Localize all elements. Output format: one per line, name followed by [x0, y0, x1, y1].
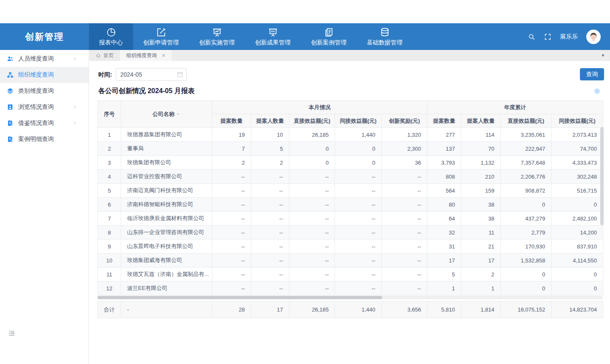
table-row: 10玫德集团威海有限公司----------17171,532,8584,114…	[98, 254, 603, 267]
tab-1[interactable]: 首页	[89, 50, 120, 61]
sidebar-item-2[interactable]: 组织维度查询	[0, 67, 89, 83]
tab-list-dropdown-icon[interactable]: ▼	[601, 53, 610, 58]
tab-label: 组织维度查询	[126, 52, 157, 59]
report-table-wrap: 序号公司名称本月情况年度累计提案数量提案人数量直接效益额(元)间接效益额(元)创…	[97, 100, 603, 295]
vertical-scrollbar-thumb[interactable]	[600, 127, 604, 225]
cell-value: --	[289, 198, 335, 212]
sidebar-item-3[interactable]: 类别维度查询	[0, 83, 89, 99]
cell-value: --	[251, 170, 289, 184]
cell-value: --	[289, 254, 335, 267]
cell-value: 21	[461, 240, 501, 254]
cell-value: --	[335, 281, 382, 295]
main-content: 时间: 查询 各公司创新情况 2024-05 月报表 序号公司名称本月情况年度累…	[89, 61, 610, 364]
nav-item-3[interactable]: 创新实施管理	[189, 23, 245, 50]
id-badge-icon	[7, 104, 14, 110]
doc-person-icon	[7, 136, 14, 143]
col-group-header-1: 本月情况	[212, 101, 427, 114]
cell-value: 80	[427, 198, 461, 212]
cell-seq: 5	[98, 184, 121, 198]
nav-item-5[interactable]: 创新案例管理	[301, 23, 357, 50]
cell-company-name: 山东得一企业管理咨询有限公司	[121, 226, 212, 240]
cell-value: 0	[552, 198, 603, 212]
total-table: 合计-281726,1851,4403,6565,8101,81416,075,…	[97, 301, 603, 318]
cell-value: 908,872	[501, 184, 552, 198]
caret-down-icon	[176, 112, 180, 116]
query-button[interactable]: 查询	[580, 68, 604, 80]
sidebar-item-5[interactable]: 借鉴情况查询	[0, 115, 89, 131]
cell-value: 1,532,858	[501, 254, 552, 267]
fullscreen-icon[interactable]	[544, 33, 552, 41]
search-icon[interactable]	[528, 33, 535, 41]
user-name[interactable]: 展乐乐	[560, 33, 578, 41]
total-value: 26,185	[289, 301, 335, 318]
tab-close-icon[interactable]: ×	[162, 52, 165, 58]
cell-value: --	[382, 212, 427, 226]
cell-value: 14,200	[552, 226, 603, 240]
sub-col-header: 创新奖励(元)	[382, 114, 427, 128]
cell-value: --	[382, 198, 427, 212]
nav-item-2[interactable]: 创新申请管理	[133, 23, 189, 50]
cell-value: 137	[427, 142, 461, 156]
tab-2[interactable]: 组织维度查询×	[120, 50, 172, 61]
sidebar-item-4[interactable]: 浏览情况查询	[0, 99, 89, 115]
cell-value: 0	[501, 267, 552, 281]
date-input[interactable]	[116, 68, 187, 81]
cell-value: 7,357,648	[501, 156, 552, 170]
nav-item-4[interactable]: 创新成果管理	[245, 23, 301, 50]
cell-value: --	[212, 170, 251, 184]
settings-gear-icon[interactable]	[593, 88, 601, 95]
total-value: 16,075,152	[501, 301, 552, 318]
col-header-label: 公司名称	[152, 111, 175, 117]
cell-value: 564	[427, 184, 461, 198]
cell-value: 5	[251, 142, 289, 156]
cell-value: --	[212, 226, 251, 240]
cell-seq: 4	[98, 170, 121, 184]
col-header-seq: 序号	[98, 101, 121, 128]
total-value: 1,440	[335, 301, 382, 318]
doc-star-icon	[7, 120, 14, 127]
cell-value: 210	[461, 170, 501, 184]
cell-value: 2	[251, 156, 289, 170]
cell-seq: 8	[98, 226, 121, 240]
cell-value: 74,700	[552, 142, 603, 156]
nav-item-6[interactable]: 基础数据管理	[357, 23, 413, 50]
sidebar-item-1[interactable]: 人员维度查询	[0, 51, 89, 67]
chevron-right-icon	[72, 56, 77, 61]
cell-value: 26,185	[289, 128, 335, 142]
cell-value: 36	[382, 156, 427, 170]
cell-value: --	[289, 212, 335, 226]
cell-seq: 2	[98, 142, 121, 156]
col-header-company[interactable]: 公司名称	[121, 101, 212, 128]
cell-value: --	[335, 198, 382, 212]
horizontal-scrollbar	[97, 296, 603, 299]
nav-item-1[interactable]: 报表中心	[89, 23, 133, 50]
cell-value: 516,715	[552, 184, 603, 198]
cell-value: --	[251, 254, 289, 267]
cell-value: 31	[427, 240, 461, 254]
cell-value: 837,910	[552, 240, 603, 254]
cell-company-name: 临沂玫德庚辰金属材料有限公司	[121, 212, 212, 226]
cell-value: 2,779	[501, 226, 552, 240]
cell-value: 302,248	[552, 170, 603, 184]
cell-value: 277	[427, 128, 461, 142]
col-group-header-2: 年度累计	[427, 101, 603, 114]
nav-item-label: 报表中心	[99, 39, 123, 47]
cell-value: --	[212, 198, 251, 212]
horizontal-scrollbar-thumb[interactable]	[97, 296, 382, 299]
cell-seq: 12	[98, 281, 121, 295]
sub-col-header: 直接效益额(元)	[289, 114, 335, 128]
table-row: 8山东得一企业管理咨询有限公司----------32112,77914,200	[98, 226, 603, 240]
cell-value: --	[382, 170, 427, 184]
collapse-sidebar-icon[interactable]	[8, 329, 16, 337]
cell-value: --	[382, 240, 427, 254]
cell-value: 0	[552, 267, 603, 281]
chevron-right-icon	[72, 105, 77, 110]
calendar-icon[interactable]	[177, 71, 183, 78]
sidebar-item-6[interactable]: 案例明细查询	[0, 131, 89, 147]
sidebar-item-label: 人员维度查询	[18, 55, 54, 63]
cell-value: 159	[461, 184, 501, 198]
avatar[interactable]	[586, 30, 601, 44]
cell-value: --	[289, 240, 335, 254]
total-value: 3,656	[382, 301, 427, 318]
cell-value: 64	[427, 212, 461, 226]
